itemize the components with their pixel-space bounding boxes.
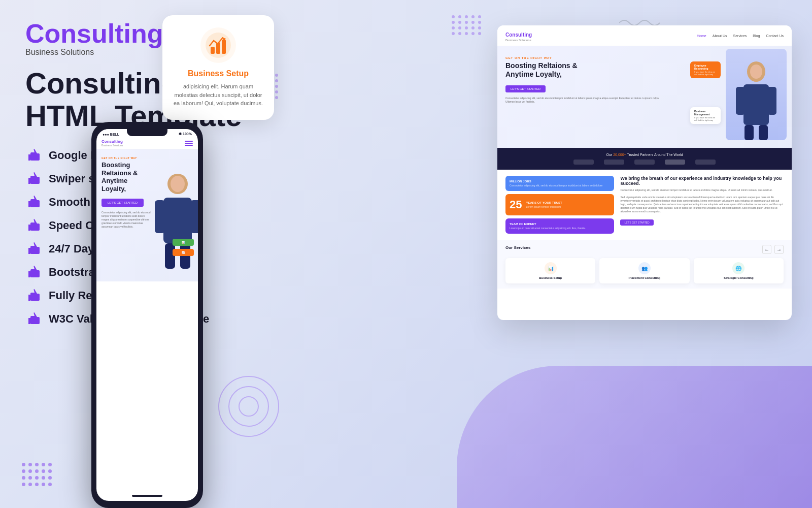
site-stat-cards: MILLION JOBS Consectetur adipiscing elit…	[505, 176, 614, 234]
svg-rect-15	[163, 198, 192, 243]
hamburger-line-3	[185, 145, 193, 146]
about-text: We bring the breath of our experience an…	[620, 176, 784, 234]
phone-nav: Consulting Business Solutions	[96, 137, 198, 149]
hamburger-line-1	[185, 141, 193, 142]
service-title-3: Strategic Consulting	[698, 276, 780, 279]
site-badge-employee-resourcing: Employee Resourcing If you have the idea…	[690, 61, 721, 78]
phone-hero-desc: Consectetur adipiscing elit, sed do eius…	[101, 211, 152, 229]
service-card-2: 👥 Placement Consulting	[599, 258, 689, 283]
floating-card-title: Business Setup	[173, 69, 264, 78]
phone-badge-orange: 📈	[173, 249, 194, 256]
service-icon-2: 👥	[638, 262, 651, 274]
site-nav-links: Home About Us Services Blog Contact Us	[697, 34, 784, 38]
thumbs-up-icon-4	[25, 217, 42, 234]
svg-rect-8	[736, 87, 745, 115]
site-services: Our Services ← → 📊 Business Setup 👥 Plac…	[497, 240, 792, 289]
partner-logo-2	[604, 160, 624, 165]
nav-link-about: About Us	[713, 34, 727, 38]
stat-card-team: TEAM OF EXPERT Lorem ipsum dolor sit ame…	[505, 218, 614, 234]
phone-battery: ✱ 100%	[179, 132, 192, 136]
phone-nav-logo-sub: Business Solutions	[101, 144, 123, 147]
svg-rect-11	[759, 125, 768, 140]
site-nav: Consulting Business Solutions Home About…	[497, 25, 792, 46]
svg-rect-7	[743, 84, 769, 125]
business-setup-icon	[200, 27, 236, 63]
thumbs-up-icon-1	[25, 147, 42, 164]
site-hero-image	[726, 49, 787, 140]
phone-logo: Consulting Business Solutions	[101, 139, 123, 147]
site-hero-cta: LET'S GET STARTED	[505, 85, 546, 92]
services-title: Our Services	[505, 245, 530, 250]
bg-decoration	[457, 366, 812, 508]
hamburger-line-2	[185, 143, 193, 144]
site-partners-logos	[505, 160, 784, 165]
floating-business-card: Business Setup adipisicing elit. Harum q…	[162, 15, 274, 120]
service-icon-1: 📊	[545, 262, 557, 274]
phone-mockup: ●●● BELL 4:21 PM ✱ 100% Consulting Busin…	[91, 122, 203, 508]
phone-hero: GET ON THE RIGHT WAY Boosting Reltaions …	[96, 149, 198, 281]
svg-point-12	[750, 65, 762, 79]
phone-hero-eyebrow: GET ON THE RIGHT WAY	[101, 156, 152, 160]
services-prev-btn[interactable]: ←	[762, 245, 771, 254]
svg-rect-3	[216, 43, 220, 54]
thumbs-up-icon-2	[25, 171, 42, 187]
phone-hamburger-menu[interactable]	[185, 141, 193, 146]
services-next-btn[interactable]: →	[774, 245, 784, 254]
phone-hero-person	[152, 170, 198, 281]
phone-hero-cta: LET'S GET STARTED	[101, 199, 144, 207]
svg-rect-4	[222, 40, 226, 54]
thumbs-up-icon-3	[25, 194, 42, 210]
site-partners: Our 20,000+ Trusted Partners Around The …	[497, 148, 792, 170]
floating-card-desc: adipisicing elit. Harum quam molestias d…	[173, 82, 264, 108]
phone-notch	[127, 129, 167, 136]
nav-link-services: Services	[733, 34, 747, 38]
partner-logo-3	[634, 160, 655, 165]
service-card-3: 🌐 Strategic Consulting	[694, 258, 784, 283]
nav-link-home: Home	[697, 34, 706, 38]
thumbs-up-icon-7	[25, 288, 42, 304]
phone-signal: ●●● BELL	[103, 133, 119, 136]
site-hero: GET ON THE RIGHT WAY Boosting Reltaions …	[497, 46, 792, 148]
svg-rect-10	[745, 125, 754, 140]
service-title-1: Business Setup	[510, 276, 591, 279]
phone-outer: ●●● BELL 4:21 PM ✱ 100% Consulting Busin…	[91, 122, 203, 508]
svg-rect-16	[155, 200, 165, 233]
svg-rect-2	[211, 47, 215, 54]
svg-rect-17	[190, 200, 198, 233]
phone-hero-title: Boosting Reltaions & Anytime Loyalty,	[101, 161, 152, 193]
desktop-mockup: Consulting Business Solutions Home About…	[497, 25, 792, 320]
nav-link-blog: Blog	[753, 34, 760, 38]
thumbs-up-icon-6	[25, 264, 42, 280]
site-about: MILLION JOBS Consectetur adipiscing elit…	[497, 170, 792, 240]
phone-home-indicator	[132, 495, 162, 497]
service-icon-3: 🌐	[732, 262, 745, 274]
svg-point-14	[171, 176, 185, 192]
site-nav-logo: Consulting Business Solutions	[505, 29, 532, 42]
phone-screen: ●●● BELL 4:21 PM ✱ 100% Consulting Busin…	[96, 129, 198, 501]
thumbs-up-icon-8	[25, 311, 42, 327]
partner-logo-5	[695, 160, 716, 165]
stat-card-jobs: MILLION JOBS Consectetur adipiscing elit…	[505, 176, 614, 191]
site-partners-title: Our 20,000+ Trusted Partners Around The …	[505, 153, 784, 156]
site-badge-business-management: Business Management If you have the idea…	[690, 107, 721, 124]
stat-card-trust: 25 YEARS OF YOUR TRUST Lorem ipsum tempo…	[505, 194, 614, 215]
svg-rect-9	[767, 87, 776, 115]
phone-nav-logo-text: Consulting	[101, 139, 123, 144]
partner-logo-1	[573, 160, 594, 165]
phone-badge-green: 📊	[173, 239, 194, 246]
bottom-left-dots	[20, 461, 53, 488]
partner-logo-4	[665, 160, 685, 165]
dots-decoration-top-right	[452, 15, 482, 35]
thumbs-up-icon-5	[25, 241, 42, 257]
purple-circle-inner	[239, 396, 259, 417]
about-title: We bring the breath of our experience an…	[620, 176, 784, 186]
about-cta: LET'S GET STARTED	[620, 219, 653, 226]
phone-service-badges: 📊 📈	[173, 239, 194, 256]
about-desc: Consectetur adipiscing elit, sed do eius…	[620, 188, 784, 213]
service-card-1: 📊 Business Setup	[505, 258, 595, 283]
service-cards: 📊 Business Setup 👥 Placement Consulting …	[505, 258, 784, 283]
service-title-2: Placement Consulting	[603, 276, 685, 279]
nav-link-contact: Contact Us	[766, 34, 784, 38]
